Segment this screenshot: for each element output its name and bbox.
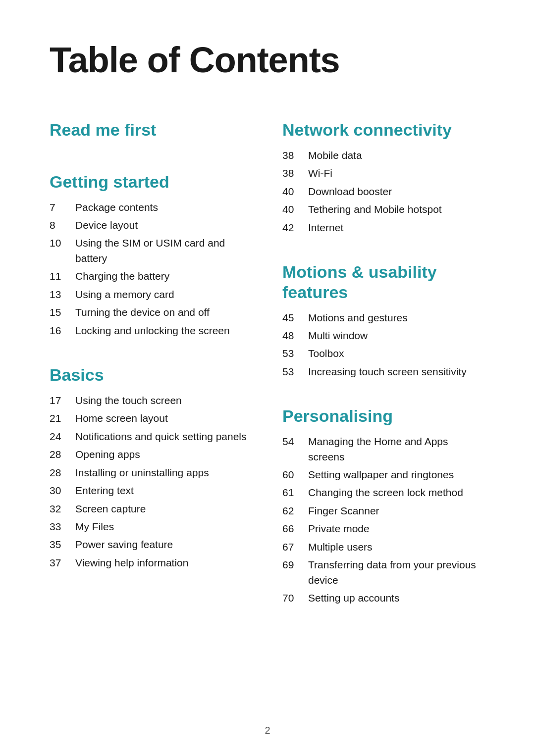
list-item: 53Increasing touch screen sensitivity: [282, 364, 485, 379]
toc-item-text: Multi window: [308, 328, 368, 343]
list-item: 30Entering text: [50, 483, 253, 498]
toc-item-text: Toolbox: [308, 346, 344, 361]
toc-item-number: 69: [282, 557, 308, 572]
list-item: 13Using a memory card: [50, 287, 253, 302]
toc-list-motions-usability: 45Motions and gestures48Multi window53To…: [282, 310, 485, 380]
toc-item-text: Using the SIM or USIM card and battery: [75, 236, 253, 266]
list-item: 8Device layout: [50, 218, 253, 233]
toc-item-text: Internet: [308, 220, 343, 235]
toc-item-number: 61: [282, 485, 308, 500]
toc-item-text: Screen capture: [75, 502, 146, 516]
toc-item-text: Home screen layout: [75, 411, 168, 426]
section-personalising: Personalising54Managing the Home and App…: [282, 406, 485, 608]
toc-item-number: 45: [282, 310, 308, 325]
toc-item-number: 40: [282, 184, 308, 199]
section-title-read-me-first: Read me first: [50, 120, 253, 140]
list-item: 54Managing the Home and Apps screens: [282, 434, 485, 464]
list-item: 42Internet: [282, 220, 485, 235]
toc-item-number: 30: [50, 483, 75, 498]
toc-item-number: 38: [282, 148, 308, 163]
toc-item-text: Mobile data: [308, 148, 362, 163]
list-item: 69Transferring data from your previous d…: [282, 557, 485, 588]
toc-item-text: Private mode: [308, 521, 370, 536]
toc-item-text: Turning the device on and off: [75, 305, 210, 320]
section-basics: Basics17Using the touch screen21Home scr…: [50, 365, 253, 573]
toc-item-number: 15: [50, 305, 75, 320]
toc-item-number: 7: [50, 200, 75, 215]
list-item: 24Notifications and quick setting panels: [50, 429, 253, 444]
toc-item-number: 10: [50, 236, 75, 251]
page: Table of Contents Read me firstGetting s…: [0, 0, 535, 756]
main-title: Table of Contents: [50, 40, 485, 80]
toc-item-number: 33: [50, 519, 75, 534]
list-item: 11Charging the battery: [50, 269, 253, 284]
list-item: 45Motions and gestures: [282, 310, 485, 325]
toc-list-personalising: 54Managing the Home and Apps screens60Se…: [282, 434, 485, 605]
list-item: 35Power saving feature: [50, 537, 253, 552]
list-item: 60Setting wallpaper and ringtones: [282, 467, 485, 482]
toc-item-text: Locking and unlocking the screen: [75, 323, 230, 338]
toc-item-text: My Files: [75, 519, 114, 534]
toc-item-text: Using a memory card: [75, 287, 174, 302]
toc-item-number: 60: [282, 467, 308, 482]
toc-item-number: 32: [50, 502, 75, 516]
list-item: 40Tethering and Mobile hotspot: [282, 202, 485, 217]
list-item: 10Using the SIM or USIM card and battery: [50, 236, 253, 266]
toc-item-text: Opening apps: [75, 447, 140, 462]
list-item: 38Mobile data: [282, 148, 485, 163]
toc-item-text: Tethering and Mobile hotspot: [308, 202, 442, 217]
toc-item-number: 54: [282, 434, 308, 449]
toc-item-number: 35: [50, 537, 75, 552]
toc-item-number: 8: [50, 218, 75, 233]
section-title-basics: Basics: [50, 365, 253, 385]
toc-item-number: 62: [282, 504, 308, 518]
toc-item-text: Increasing touch screen sensitivity: [308, 364, 467, 379]
toc-item-number: 24: [50, 429, 75, 444]
section-network-connectivity: Network connectivity38Mobile data38Wi-Fi…: [282, 120, 485, 238]
list-item: 7Package contents: [50, 200, 253, 215]
section-motions-usability: Motions & usability features45Motions an…: [282, 262, 485, 382]
toc-item-text: Entering text: [75, 483, 134, 498]
toc-list-basics: 17Using the touch screen21Home screen la…: [50, 393, 253, 570]
section-getting-started: Getting started7Package contents8Device …: [50, 172, 253, 341]
list-item: 28Installing or uninstalling apps: [50, 465, 253, 480]
toc-item-number: 38: [282, 166, 308, 181]
list-item: 33My Files: [50, 519, 253, 534]
toc-item-number: 13: [50, 287, 75, 302]
toc-item-number: 48: [282, 328, 308, 343]
toc-list-network-connectivity: 38Mobile data38Wi-Fi40Download booster40…: [282, 148, 485, 235]
toc-item-text: Changing the screen lock method: [308, 485, 463, 500]
toc-list-getting-started: 7Package contents8Device layout10Using t…: [50, 200, 253, 339]
toc-item-text: Package contents: [75, 200, 158, 215]
toc-item-number: 40: [282, 202, 308, 217]
toc-item-text: Download booster: [308, 184, 392, 199]
toc-item-number: 70: [282, 591, 308, 605]
toc-item-number: 37: [50, 555, 75, 570]
list-item: 16Locking and unlocking the screen: [50, 323, 253, 338]
toc-item-text: Managing the Home and Apps screens: [308, 434, 485, 464]
page-number: 2: [265, 725, 270, 736]
list-item: 67Multiple users: [282, 540, 485, 554]
toc-item-text: Using the touch screen: [75, 393, 182, 408]
toc-item-number: 67: [282, 540, 308, 554]
section-title-motions-usability: Motions & usability features: [282, 262, 485, 302]
section-read-me-first: Read me first: [50, 120, 253, 148]
toc-item-number: 53: [282, 364, 308, 379]
toc-item-text: Setting wallpaper and ringtones: [308, 467, 454, 482]
toc-item-text: Multiple users: [308, 540, 373, 554]
list-item: 32Screen capture: [50, 502, 253, 516]
list-item: 40Download booster: [282, 184, 485, 199]
toc-item-text: Setting up accounts: [308, 591, 399, 605]
list-item: 70Setting up accounts: [282, 591, 485, 605]
toc-item-number: 11: [50, 269, 75, 284]
list-item: 66Private mode: [282, 521, 485, 536]
toc-item-number: 53: [282, 346, 308, 361]
toc-item-text: Finger Scanner: [308, 504, 379, 518]
list-item: 61Changing the screen lock method: [282, 485, 485, 500]
section-title-network-connectivity: Network connectivity: [282, 120, 485, 140]
toc-item-text: Transferring data from your previous dev…: [308, 557, 485, 588]
toc-item-text: Charging the battery: [75, 269, 169, 284]
toc-item-text: Installing or uninstalling apps: [75, 465, 209, 480]
list-item: 48Multi window: [282, 328, 485, 343]
toc-item-text: Motions and gestures: [308, 310, 408, 325]
